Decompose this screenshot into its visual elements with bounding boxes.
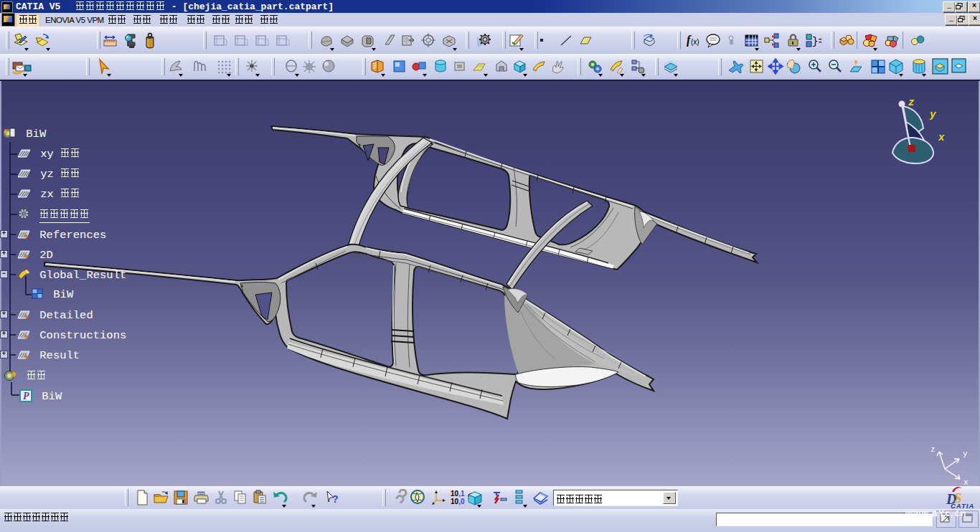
svg-text:10,1: 10,1 [451,490,465,498]
svg-text:(x): (x) [691,38,699,46]
svg-text:10,0: 10,0 [451,498,465,505]
svg-text:P: P [23,391,29,402]
svg-text:}=: }= [812,36,821,47]
svg-text:z: z [930,445,936,454]
svg-text:x: x [938,132,945,143]
svg-text:?: ? [332,493,339,505]
svg-text:y: y [929,109,936,120]
svg-text:z: z [908,97,914,108]
svg-text:y: y [963,450,968,458]
